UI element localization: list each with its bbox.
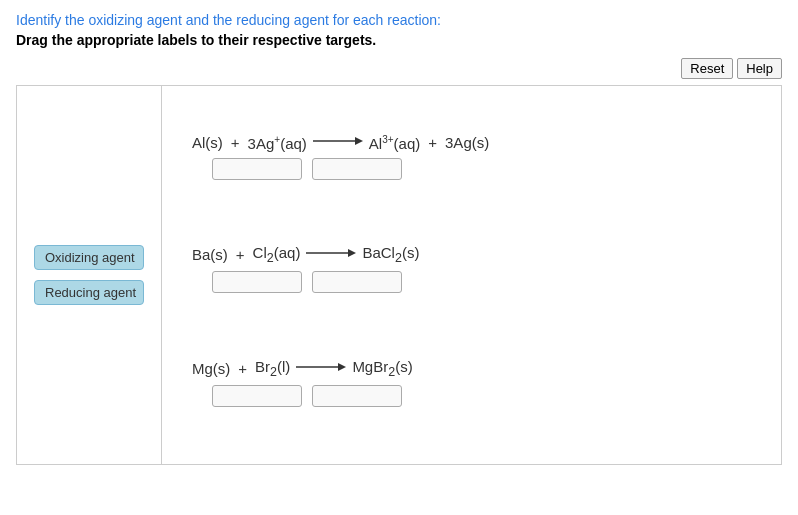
reaction-2-arrow [306,245,356,264]
oxidizing-agent-label[interactable]: Oxidizing agent [34,245,144,270]
reaction-3-reactant2: Br2(l) [255,358,290,379]
labels-panel: Oxidizing agent Reducing agent [17,86,162,464]
instructions-block: Identify the oxidizing agent and the red… [16,12,782,48]
help-button[interactable]: Help [737,58,782,79]
reaction-2: Ba(s) + Cl2(aq) BaCl2(s) [192,244,751,293]
reaction-3-drop-box-2[interactable] [312,385,402,407]
reaction-1-drop-box-2[interactable] [312,158,402,180]
reaction-2-drop-box-1[interactable] [212,271,302,293]
reaction-1-drop-targets [212,158,751,180]
reaction-1-reactant1: Al(s) [192,134,223,151]
reaction-1: Al(s) + 3Ag+(aq) Al3+(aq) + 3Ag(s) [192,133,751,180]
reaction-3-arrow [296,359,346,378]
reaction-1-product1: Al3+(aq) [369,134,420,152]
reaction-3: Mg(s) + Br2(l) MgBr2(s) [192,358,751,407]
reaction-1-reactant2: 3Ag+(aq) [248,134,307,152]
reaction-2-reactant1: Ba(s) [192,246,228,263]
reaction-3-reactant1: Mg(s) [192,360,230,377]
reaction-3-product1: MgBr2(s) [352,358,412,379]
reaction-3-drop-box-1[interactable] [212,385,302,407]
reaction-1-plus2: + [428,134,437,151]
reaction-3-equation: Mg(s) + Br2(l) MgBr2(s) [192,358,751,379]
reaction-1-product2: 3Ag(s) [445,134,489,151]
svg-marker-1 [355,137,363,145]
reaction-3-drop-targets [212,385,751,407]
reaction-3-plus1: + [238,360,247,377]
reaction-1-drop-box-1[interactable] [212,158,302,180]
reaction-1-equation: Al(s) + 3Ag+(aq) Al3+(aq) + 3Ag(s) [192,133,751,152]
reaction-2-product1: BaCl2(s) [362,244,419,265]
reducing-agent-label[interactable]: Reducing agent [34,280,144,305]
instruction-line1: Identify the oxidizing agent and the red… [16,12,782,28]
reaction-1-plus1: + [231,134,240,151]
reaction-2-plus1: + [236,246,245,263]
reaction-2-reactant2: Cl2(aq) [253,244,301,265]
reactions-panel: Al(s) + 3Ag+(aq) Al3+(aq) + 3Ag(s) [162,86,781,464]
main-container: Oxidizing agent Reducing agent Al(s) + 3… [16,85,782,465]
instruction-line2: Drag the appropriate labels to their res… [16,32,782,48]
svg-marker-5 [338,363,346,371]
reaction-2-drop-targets [212,271,751,293]
reaction-1-arrow [313,133,363,152]
reaction-2-equation: Ba(s) + Cl2(aq) BaCl2(s) [192,244,751,265]
reaction-2-drop-box-2[interactable] [312,271,402,293]
svg-marker-3 [348,249,356,257]
top-buttons-bar: Reset Help [16,58,782,79]
reset-button[interactable]: Reset [681,58,733,79]
